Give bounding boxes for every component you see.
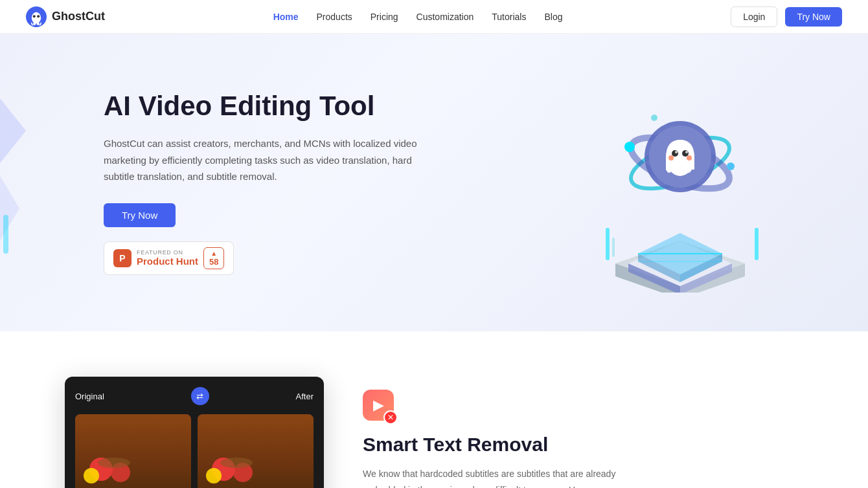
nav-customization[interactable]: Customization bbox=[417, 12, 474, 22]
feature-icon-wrapper: ▶ ✕ bbox=[363, 390, 394, 421]
try-now-button[interactable]: Try Now bbox=[785, 7, 842, 27]
nav-pricing[interactable]: Pricing bbox=[371, 12, 398, 22]
feature-desc: We know that hardcoded subtitles are sub… bbox=[363, 466, 622, 488]
nav-tutorials[interactable]: Tutorials bbox=[492, 12, 526, 22]
logo-icon bbox=[26, 6, 47, 27]
logo[interactable]: GhostCut bbox=[26, 6, 105, 27]
nav-blog[interactable]: Blog bbox=[544, 12, 562, 22]
svg-rect-8 bbox=[3, 215, 8, 254]
svg-point-32 bbox=[685, 151, 688, 153]
hero-content: AI Video Editing Tool GhostCut can assis… bbox=[104, 90, 440, 275]
hero-illustration bbox=[557, 72, 803, 293]
feature-section: Original ⇄ After Whenever I cook with to… bbox=[0, 331, 868, 488]
feature-badge-icon: ✕ bbox=[383, 410, 398, 425]
hero-description: GhostCut can assist creators, merchants,… bbox=[104, 135, 440, 185]
cooking-visual-after bbox=[198, 414, 275, 488]
ph-count: 58 bbox=[209, 257, 218, 267]
vc-original-video: Whenever I cook with tomatoes, my kids a… bbox=[75, 414, 191, 488]
svg-rect-21 bbox=[606, 228, 610, 260]
ph-arrow-icon: ▲ bbox=[211, 250, 217, 257]
vc-original-label: Original bbox=[75, 392, 104, 401]
svg-point-29 bbox=[672, 150, 678, 157]
product-hunt-badge[interactable]: P FEATURED ON Product Hunt ▲ 58 bbox=[104, 241, 234, 275]
nav-products[interactable]: Products bbox=[317, 12, 352, 22]
original-video-frame: Whenever I cook with tomatoes, my kids a… bbox=[75, 414, 191, 488]
hero-title: AI Video Editing Tool bbox=[104, 90, 440, 122]
vc-header: Original ⇄ After bbox=[75, 387, 314, 405]
svg-rect-23 bbox=[612, 238, 615, 257]
nav-home[interactable]: Home bbox=[273, 12, 299, 22]
svg-rect-5 bbox=[37, 22, 40, 25]
svg-point-44 bbox=[206, 468, 222, 483]
feature-description: ▶ ✕ Smart Text Removal We know that hard… bbox=[363, 377, 803, 488]
svg-point-1 bbox=[32, 12, 41, 23]
nav-links: Home Products Pricing Customization Tuto… bbox=[273, 11, 563, 23]
svg-point-45 bbox=[220, 458, 253, 468]
cooking-visual bbox=[75, 414, 153, 488]
vc-after-video bbox=[198, 414, 314, 488]
logo-text: GhostCut bbox=[52, 10, 105, 23]
vc-videos: Whenever I cook with tomatoes, my kids a… bbox=[75, 414, 314, 488]
svg-point-2 bbox=[33, 15, 36, 17]
product-hunt-text: FEATURED ON Product Hunt bbox=[137, 249, 198, 267]
svg-point-36 bbox=[727, 162, 735, 170]
svg-point-30 bbox=[682, 150, 689, 157]
svg-point-41 bbox=[98, 458, 130, 468]
svg-point-3 bbox=[37, 15, 40, 17]
vc-swap-icon[interactable]: ⇄ bbox=[191, 387, 209, 405]
svg-point-34 bbox=[687, 155, 692, 161]
hero-try-button[interactable]: Try Now bbox=[104, 203, 176, 227]
svg-rect-22 bbox=[755, 228, 759, 260]
svg-point-35 bbox=[624, 142, 635, 152]
navbar: GhostCut Home Products Pricing Customiza… bbox=[0, 0, 868, 34]
product-hunt-icon: P bbox=[113, 249, 131, 267]
ph-featured-label: FEATURED ON bbox=[137, 249, 198, 256]
svg-point-40 bbox=[84, 468, 99, 483]
svg-rect-4 bbox=[33, 22, 36, 25]
vc-after-label: After bbox=[296, 392, 314, 401]
after-video-frame bbox=[198, 414, 314, 488]
svg-point-37 bbox=[651, 115, 657, 121]
ph-upvotes: ▲ 58 bbox=[203, 247, 224, 269]
feature-title: Smart Text Removal bbox=[363, 434, 803, 456]
svg-point-33 bbox=[668, 155, 674, 161]
ph-name: Product Hunt bbox=[137, 256, 198, 267]
ghost-svg bbox=[557, 72, 803, 293]
video-comparison: Original ⇄ After Whenever I cook with to… bbox=[65, 377, 324, 488]
hero-section: AI Video Editing Tool GhostCut can assis… bbox=[0, 34, 868, 331]
login-button[interactable]: Login bbox=[731, 6, 777, 27]
hero-bg-decor bbox=[0, 34, 78, 331]
svg-marker-6 bbox=[0, 98, 26, 163]
svg-point-31 bbox=[675, 151, 678, 153]
svg-marker-7 bbox=[0, 176, 19, 241]
nav-actions: Login Try Now bbox=[731, 6, 842, 27]
